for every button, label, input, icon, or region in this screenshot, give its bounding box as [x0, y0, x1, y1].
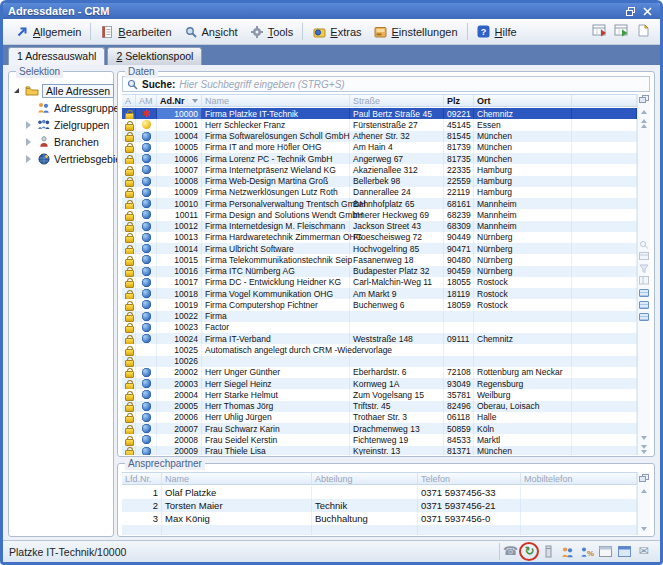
contact-column-header-telefon[interactable]: Telefon: [418, 473, 521, 484]
menu-bearbeiten[interactable]: Bearbeiten: [94, 22, 177, 41]
table-row[interactable]: 10016Firma ITC Nürnberg AGBudapester Pla…: [122, 266, 637, 277]
book-icon[interactable]: [541, 544, 556, 559]
contacts-scroll-up-icon[interactable]: [639, 486, 650, 495]
view-2-icon[interactable]: [639, 300, 650, 309]
phone-icon[interactable]: ☎: [503, 544, 518, 559]
table-row[interactable]: 20008Frau Seidel KerstinFichtenweg 19845…: [122, 434, 637, 445]
scroll-up-icon[interactable]: [639, 107, 650, 116]
table-row[interactable]: 10009Firma Netzwerklösungen Lutz RothDan…: [122, 187, 637, 198]
table-export-button[interactable]: [613, 24, 630, 40]
scroll-down-icon[interactable]: [639, 433, 650, 442]
mail-icon[interactable]: ✉: [636, 544, 651, 559]
menu-extras[interactable]: Extras: [306, 22, 367, 41]
table-row[interactable]: 10023Factor: [122, 322, 637, 333]
adnr-cell: 10026: [157, 356, 202, 367]
column-header-name[interactable]: Name: [202, 95, 350, 106]
window-alt-icon[interactable]: [617, 544, 632, 559]
table-row[interactable]: 10013Firma Hardwaretechnik Zimmerman OHG…: [122, 232, 637, 243]
menu-tools[interactable]: Tools: [244, 22, 300, 41]
search-input[interactable]: [179, 79, 645, 90]
new-page-button[interactable]: [635, 24, 652, 40]
table-row[interactable]: 20004Herr Starke HelmutZum Vogelsang 153…: [122, 389, 637, 400]
table-row[interactable]: 10012Firma Internetdesign M. Fleischmann…: [122, 221, 637, 232]
menu-hilfe[interactable]: ?Hilfe: [471, 22, 523, 41]
contact-column-header-lfd-nr[interactable]: Lfd.Nr.: [122, 473, 162, 484]
table-row[interactable]: 10018Firma Vogel Kommunikation OHGAm Mar…: [122, 288, 637, 299]
table-row[interactable]: 10026: [122, 356, 637, 367]
contact-row[interactable]: 3Max KönigBuchhaltung0371 5937456-0: [122, 512, 637, 525]
table-row[interactable]: 10014Firma Ulbricht SoftwareHochvogelrin…: [122, 243, 637, 254]
column-header-a[interactable]: A: [122, 95, 136, 106]
tree-expander-icon[interactable]: [24, 121, 33, 129]
tree-item-branchen[interactable]: Branchen: [12, 133, 111, 150]
user-stats-icon[interactable]: %: [579, 544, 594, 559]
window-icon[interactable]: [598, 544, 613, 559]
tree-expander-icon[interactable]: [24, 155, 33, 163]
table-row[interactable]: 20007Frau Schwarz KarinDrachmenweg 13508…: [122, 423, 637, 434]
restore-button[interactable]: [623, 5, 638, 18]
scroll-down-page-icon[interactable]: [639, 445, 650, 454]
tab-1-adressauswahl[interactable]: 1 Adressauswahl: [8, 47, 105, 65]
table-row[interactable]: 10007Firma Internetpräsenz Wieland KGAka…: [122, 164, 637, 175]
layout-icon[interactable]: [639, 276, 650, 285]
table-row[interactable]: 10015Firma Telekommunikationstechnik Sei…: [122, 254, 637, 265]
table-row[interactable]: 10008Firma Web-Design Martina GroßBeller…: [122, 176, 637, 187]
table-row[interactable]: 10006Firma Lorenz PC - Technik GmbHAnger…: [122, 153, 637, 164]
table-row[interactable]: 10024Firma IT-VerbandWeststraße 14809111…: [122, 333, 637, 344]
tree-item-adressgruppen[interactable]: Adressgruppen: [12, 99, 111, 116]
zoom-row-icon[interactable]: [639, 240, 650, 249]
table-row[interactable]: ✱10000Firma Platzke IT-TechnikPaul Bertz…: [122, 108, 637, 119]
find-icon[interactable]: [639, 252, 650, 261]
strasse-cell: Hochvogelring 85: [350, 243, 444, 254]
column-header-am[interactable]: AM: [136, 95, 157, 106]
contact-column-header-mobiltelefon[interactable]: Mobiltelefon: [521, 473, 637, 484]
table-row[interactable]: 20006Herr Uhlig JürgenTrothaer Str. 3061…: [122, 412, 637, 423]
table-row[interactable]: 10004Firma Softwarelösungen Scholl GmbHA…: [122, 131, 637, 142]
tree-item-vertriebsgebiete[interactable]: Vertriebsgebiete: [12, 150, 111, 167]
column-header-plz[interactable]: Plz: [444, 95, 474, 106]
contact-column-header-name[interactable]: Name: [162, 473, 312, 484]
table-row[interactable]: 20009Frau Thiele LisaKyreinstr. 1381371M…: [122, 446, 637, 456]
name-cell: Firma IT and more Höfler OHG: [202, 142, 350, 153]
table-import-button[interactable]: [591, 24, 608, 40]
column-header-ort[interactable]: Ort: [474, 95, 572, 106]
table-row[interactable]: 20002Herr Unger GüntherEberhardstr. 6721…: [122, 367, 637, 378]
tree-expander-icon[interactable]: [12, 88, 21, 93]
view-1-icon[interactable]: [639, 288, 650, 297]
tab-2-selektionspool[interactable]: 2 Selektionspool: [107, 47, 202, 65]
table-row[interactable]: 10025Automatisch angelegt durch CRM -Wie…: [122, 344, 637, 355]
table-row[interactable]: 10005Firma IT and more Höfler OHGAm Hain…: [122, 142, 637, 153]
adnr-cell: 20007: [157, 423, 202, 434]
menu-ansicht[interactable]: Ansicht: [178, 22, 244, 41]
globe-icon: [142, 132, 151, 141]
tree-item-zielgruppen[interactable]: Zielgruppen: [12, 116, 111, 133]
column-chooser-icon[interactable]: [639, 95, 650, 104]
table-row[interactable]: 10017Firma DC - Entwicklung Heidner KGCa…: [122, 277, 637, 288]
column-header-ad-nr[interactable]: Ad.Nr: [157, 95, 202, 106]
tree-item-alle-adressen[interactable]: Alle Adressen: [12, 82, 111, 99]
close-button[interactable]: [640, 5, 655, 18]
new-page-icon: [638, 24, 649, 39]
table-row[interactable]: 10011Firma Design and Solutions Wendt Gm…: [122, 209, 637, 220]
contact-row[interactable]: 2Torsten MaierTechnik0371 5937456-21: [122, 499, 637, 512]
contacts-column-chooser-icon[interactable]: [639, 474, 650, 483]
tree-expander-icon[interactable]: [24, 138, 33, 146]
table-row[interactable]: 10019Firma Computershop FichtnerBuchenwe…: [122, 299, 637, 310]
column-header-blank[interactable]: [572, 95, 637, 106]
contact-column-header-abteilung[interactable]: Abteilung: [312, 473, 418, 484]
column-header-straße[interactable]: Straße: [350, 95, 444, 106]
table-row[interactable]: 20005Herr Thomas JörgTriftstr. 4582496Ob…: [122, 401, 637, 412]
menu-einstellungen[interactable]: Einstellungen: [368, 22, 464, 41]
contacts-scroll-down-icon[interactable]: [639, 524, 650, 533]
table-row[interactable]: 20003Herr Siegel HeinzKornweg 1A93049Reg…: [122, 378, 637, 389]
users-icon[interactable]: [560, 544, 575, 559]
filter-icon[interactable]: [639, 264, 650, 273]
table-row[interactable]: 10001Herr Schlecker FranzFürstenstraße 2…: [122, 119, 637, 130]
menu-allgemein[interactable]: Allgemein: [9, 22, 87, 41]
contact-row[interactable]: 1Olaf Platzke0371 5937456-33: [122, 486, 637, 499]
scroll-up-page-icon[interactable]: [639, 119, 650, 128]
table-row[interactable]: 10010Firma Personalverwaltung Trentsch G…: [122, 198, 637, 209]
sync-icon[interactable]: ↻: [522, 544, 537, 559]
view-3-icon[interactable]: [639, 312, 650, 321]
table-row[interactable]: 10022Firma: [122, 311, 637, 322]
